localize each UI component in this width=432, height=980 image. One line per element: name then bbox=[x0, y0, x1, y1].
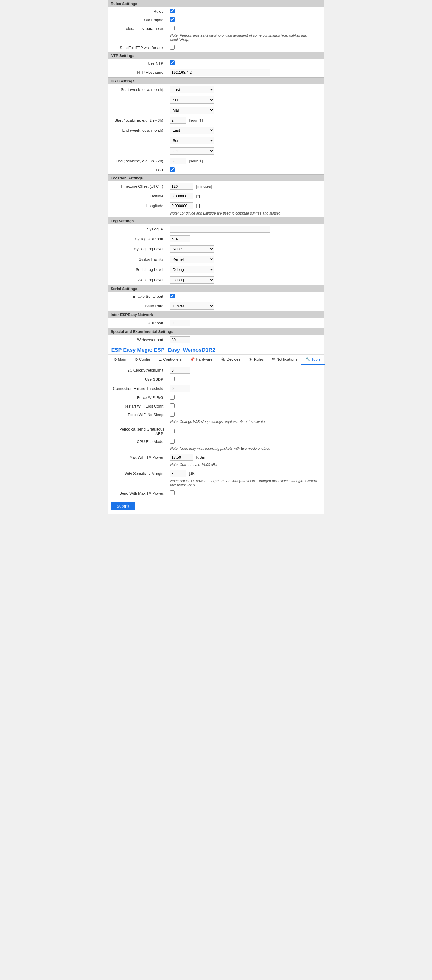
syslog-facility-select[interactable]: KernelUserDaemonLocal0 bbox=[170, 256, 214, 263]
dst-end-week-label: End (week, dow, month): bbox=[108, 125, 167, 135]
syslog-log-level-select[interactable]: NoneErrorInfoDebug bbox=[170, 245, 214, 253]
advanced-wifi-table3: Max WiFi TX Power: [dBm] bbox=[108, 452, 324, 462]
dst-end-week-select[interactable]: Last1st2nd3rd4th bbox=[170, 127, 214, 134]
syslog-facility-row: Syslog Facility: KernelUserDaemonLocal0 bbox=[108, 254, 324, 264]
wifi-sensitivity-note: Note: Adjust TX power to target the AP w… bbox=[108, 478, 324, 489]
wifi-sensitivity-input[interactable] bbox=[170, 470, 186, 477]
tab-config[interactable]: ⊙ Config bbox=[131, 355, 155, 365]
tab-controllers[interactable]: ☰ Controllers bbox=[154, 355, 186, 365]
wifi-sensitivity-label: WiFi Sensitivity Margin: bbox=[108, 469, 167, 478]
sendtohttp-checkbox[interactable] bbox=[170, 45, 174, 49]
syslog-udp-input[interactable] bbox=[170, 235, 190, 242]
tab-devices[interactable]: 🔌 Devices bbox=[217, 355, 244, 365]
special-experimental-header: Special and Experimental Settings bbox=[108, 328, 324, 335]
force-wifi-bg-label: Force WiFi B/G: bbox=[108, 393, 167, 402]
ntp-hostname-input[interactable] bbox=[170, 69, 270, 76]
dst-enabled-checkbox[interactable] bbox=[170, 167, 174, 172]
location-settings-header: Location Settings bbox=[108, 174, 324, 181]
restart-wifi-row: Restart WiFi Lost Conn: bbox=[108, 402, 324, 410]
advanced-wifi-table5: Send With Max TX Power: bbox=[108, 489, 324, 498]
periodical-arp-row: Periodical send Gratuitous ARP: bbox=[108, 426, 324, 438]
send-max-tx-checkbox[interactable] bbox=[170, 490, 174, 495]
max-wifi-tx-input[interactable] bbox=[170, 454, 193, 461]
config-icon: ⊙ bbox=[135, 357, 138, 361]
ntp-settings-table: Use NTP: NTP Hostname: bbox=[108, 59, 324, 77]
rules-checkbox[interactable] bbox=[170, 8, 174, 13]
tab-rules-label: Rules bbox=[254, 357, 264, 361]
serial-settings-table: Enable Serial port: Baud Rate: 960019200… bbox=[108, 292, 324, 311]
timezone-input[interactable] bbox=[170, 183, 193, 190]
dst-enabled-row: DST: bbox=[108, 166, 324, 174]
i2c-clock-row: I2C ClockStretchLimit: bbox=[108, 365, 324, 375]
i2c-clock-input[interactable] bbox=[170, 367, 190, 374]
periodical-arp-checkbox[interactable] bbox=[170, 429, 174, 433]
restart-wifi-checkbox[interactable] bbox=[170, 403, 174, 408]
main-icon: ⊙ bbox=[114, 357, 117, 361]
dst-start-month-select[interactable]: JanFebMarAprMayJunJulAugSepOctNovDec bbox=[170, 107, 214, 114]
conn-failure-row: Connection Failure Threshold: bbox=[108, 383, 324, 393]
webserver-port-label: Webserver port: bbox=[108, 335, 167, 345]
esp-header: ESP Easy Mega: ESP_Easy_WemosD1R2 bbox=[108, 345, 324, 355]
periodical-arp-label: Periodical send Gratuitous ARP: bbox=[108, 426, 167, 438]
dst-start-week-row: Start (week, dow, month): Last1st2nd3rd4… bbox=[108, 84, 324, 95]
udp-port-input[interactable] bbox=[170, 320, 190, 326]
enable-serial-checkbox[interactable] bbox=[170, 294, 174, 298]
dst-end-month-select[interactable]: JanFebMarAprMayJunJulAugSepOctNovDec bbox=[170, 147, 214, 154]
advanced-wifi-table2: Periodical send Gratuitous ARP: CPU Eco … bbox=[108, 426, 324, 446]
dst-end-dow-select[interactable]: SunMonTueWedThuFriSat bbox=[170, 137, 214, 144]
i2c-clock-label: I2C ClockStretchLimit: bbox=[108, 365, 167, 375]
serial-log-level-select[interactable]: NoneErrorInfoDebug bbox=[170, 266, 214, 273]
cpu-eco-checkbox[interactable] bbox=[170, 439, 174, 444]
baud-rate-select[interactable]: 9600192003840057600115200 bbox=[170, 302, 214, 310]
tolerant-row: Tolerant last parameter: bbox=[108, 24, 324, 33]
syslog-ip-label: Syslog IP: bbox=[108, 224, 167, 234]
tab-hardware-label: Hardware bbox=[196, 357, 212, 361]
dst-start-month-row: JanFebMarAprMayJunJulAugSepOctNovDec bbox=[108, 105, 324, 115]
force-wifi-bg-checkbox[interactable] bbox=[170, 395, 174, 399]
tab-hardware[interactable]: 📌 Hardware bbox=[186, 355, 217, 365]
tab-rules[interactable]: ≫ Rules bbox=[244, 355, 268, 365]
max-wifi-tx-note: Note: Current max: 14.00 dBm bbox=[108, 462, 324, 469]
dst-start-localtime-row: Start (localtime, e.g. 2h→3h): [hour ⇑] bbox=[108, 115, 324, 125]
syslog-ip-input[interactable] bbox=[170, 226, 270, 232]
tolerant-label: Tolerant last parameter: bbox=[108, 24, 167, 33]
special-experimental-table: Webserver port: bbox=[108, 335, 324, 345]
tab-main[interactable]: ⊙ Main bbox=[110, 355, 131, 365]
latitude-input[interactable] bbox=[170, 193, 193, 199]
dst-start-hour-input[interactable] bbox=[170, 117, 186, 124]
tab-tools[interactable]: 🔧 Tools bbox=[301, 355, 325, 365]
force-wifi-nosleep-checkbox[interactable] bbox=[170, 412, 174, 417]
max-wifi-tx-row: Max WiFi TX Power: [dBm] bbox=[108, 452, 324, 462]
tab-notifications[interactable]: ✉ Notifications bbox=[268, 355, 301, 365]
dst-start-week-select[interactable]: Last1st2nd3rd4th bbox=[170, 86, 214, 93]
old-engine-label: Old Engine: bbox=[108, 16, 167, 24]
web-log-level-select[interactable]: NoneErrorInfoDebug bbox=[170, 276, 214, 283]
use-ssdp-checkbox[interactable] bbox=[170, 377, 174, 381]
devices-icon: 🔌 bbox=[221, 357, 225, 361]
cpu-eco-label: CPU Eco Mode: bbox=[108, 438, 167, 446]
force-wifi-nosleep-label: Force WiFi No Sleep: bbox=[108, 410, 167, 419]
dst-start-dow-select[interactable]: SunMonTueWedThuFriSat bbox=[170, 96, 214, 103]
use-ntp-checkbox[interactable] bbox=[170, 60, 174, 65]
conn-failure-input[interactable] bbox=[170, 385, 190, 392]
latitude-unit: [°] bbox=[196, 194, 200, 198]
dst-end-dow-row: SunMonTueWedThuFriSat bbox=[108, 135, 324, 146]
use-ntp-label: Use NTP: bbox=[108, 59, 167, 68]
cpu-eco-row: CPU Eco Mode: bbox=[108, 438, 324, 446]
dst-enabled-label: DST: bbox=[108, 166, 167, 174]
longitude-input[interactable] bbox=[170, 202, 193, 209]
conn-failure-label: Connection Failure Threshold: bbox=[108, 383, 167, 393]
old-engine-checkbox[interactable] bbox=[170, 17, 174, 22]
tolerant-checkbox[interactable] bbox=[170, 25, 174, 30]
latitude-label: Latitude: bbox=[108, 191, 167, 201]
force-wifi-nosleep-row: Force WiFi No Sleep: bbox=[108, 410, 324, 419]
dst-settings-header: DST Settings bbox=[108, 77, 324, 84]
webserver-port-input[interactable] bbox=[170, 336, 190, 343]
tab-controllers-label: Controllers bbox=[163, 357, 182, 361]
serial-log-level-row: Serial Log Level: NoneErrorInfoDebug bbox=[108, 264, 324, 275]
submit-button[interactable]: Submit bbox=[111, 502, 135, 510]
tools-icon: 🔧 bbox=[306, 357, 310, 361]
dst-end-week-row: End (week, dow, month): Last1st2nd3rd4th bbox=[108, 125, 324, 135]
longitude-label: Longitude: bbox=[108, 201, 167, 211]
dst-end-hour-input[interactable] bbox=[170, 158, 186, 164]
